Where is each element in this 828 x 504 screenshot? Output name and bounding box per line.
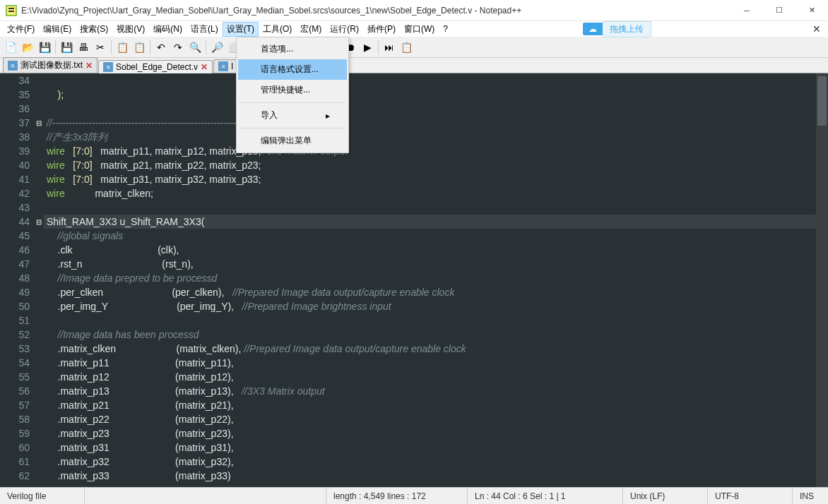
- dropdown-item-2[interactable]: 管理快捷键...: [238, 80, 347, 100]
- line-gutter: 3435363738394041424344454647484950515253…: [0, 73, 34, 487]
- code-line-46[interactable]: .clk (clk),: [44, 243, 828, 257]
- toolbar-btn-11[interactable]: 🔎: [209, 40, 225, 55]
- code-line-62[interactable]: .matrix_p33 (matrix_p33): [44, 469, 828, 483]
- cloud-upload-button[interactable]: ☁ 拖拽上传: [583, 21, 651, 37]
- toolbar-btn-4[interactable]: 🖶: [76, 40, 91, 55]
- tab-label: I: [231, 61, 233, 71]
- menu-视图[interactable]: 视图(V): [112, 22, 149, 37]
- dropdown-label: 首选项...: [261, 43, 293, 55]
- status-length: length : 4,549 lines : 172: [326, 488, 468, 504]
- code-line-56[interactable]: .matrix_p13 (matrix_p13), //3X3 Matrix o…: [44, 384, 828, 398]
- status-spacer: [85, 488, 326, 504]
- fold-column[interactable]: ⊟⊟: [34, 73, 44, 487]
- file-icon: ≡: [8, 61, 18, 71]
- tab-Sobel_Edge_Detect.v[interactable]: ≡Sobel_Edge_Detect.v✕: [98, 60, 213, 73]
- code-line-60[interactable]: .matrix_p31 (matrix_p31),: [44, 440, 828, 455]
- code-area[interactable]: );//------------------------------------…: [44, 73, 828, 487]
- svg-rect-3: [8, 11, 14, 12]
- toolbar-btn-7[interactable]: 📋: [131, 40, 147, 55]
- toolbar-btn-0[interactable]: 📄: [3, 40, 18, 55]
- code-line-59[interactable]: .matrix_p23 (matrix_p23),: [44, 426, 828, 440]
- code-line-53[interactable]: .matrix_clken (matrix_clken), //Prepared…: [44, 342, 828, 356]
- toolbar-btn-9[interactable]: ↷: [170, 40, 186, 55]
- menu-编辑[interactable]: 编辑(E): [39, 22, 76, 37]
- minimize-button[interactable]: ─: [731, 0, 763, 20]
- toolbar-btn-21[interactable]: 📋: [398, 40, 414, 55]
- toolbar-btn-2[interactable]: 💾: [37, 40, 52, 55]
- vertical-scrollbar[interactable]: [816, 73, 828, 487]
- status-position: Ln : 44 Col : 6 Sel : 1 | 1: [468, 488, 623, 504]
- status-insert: INS: [793, 488, 828, 504]
- code-line-35[interactable]: );: [44, 88, 828, 102]
- code-line-37[interactable]: //--------------------------------------…: [44, 116, 828, 130]
- code-line-54[interactable]: .matrix_p11 (matrix_p11),: [44, 356, 828, 370]
- code-line-48[interactable]: //Image data prepred to be processd: [44, 271, 828, 285]
- tab-label: Sobel_Edge_Detect.v: [116, 62, 198, 72]
- code-line-49[interactable]: .per_clken (per_clken), //Prepared Image…: [44, 285, 828, 299]
- code-line-39[interactable]: wire [7:0] matrix_p11, matrix_p12, matri…: [44, 144, 828, 158]
- toolbar-btn-19[interactable]: ▶: [360, 40, 375, 55]
- menu-文件[interactable]: 文件(F): [3, 22, 39, 37]
- tab-I[interactable]: ≡I: [213, 59, 238, 73]
- toolbar-btn-20[interactable]: ⏭: [382, 40, 397, 55]
- dropdown-item-3[interactable]: 导入▸: [238, 105, 347, 126]
- menu-设置[interactable]: 设置(T): [223, 22, 259, 37]
- menu-宏[interactable]: 宏(M): [296, 22, 326, 37]
- code-line-45[interactable]: //global signals: [44, 229, 828, 243]
- menu-窗口[interactable]: 窗口(W): [400, 22, 439, 37]
- scrollbar-thumb[interactable]: [817, 76, 827, 126]
- code-line-43[interactable]: [44, 200, 828, 215]
- menu-运行[interactable]: 运行(R): [326, 22, 363, 37]
- dropdown-item-1[interactable]: 语言格式设置...: [238, 59, 347, 80]
- menu-?[interactable]: ?: [439, 23, 452, 35]
- tab-close-icon[interactable]: ✕: [201, 62, 208, 72]
- code-line-55[interactable]: .matrix_p12 (matrix_p12),: [44, 370, 828, 384]
- tab-close-icon[interactable]: ✕: [85, 61, 93, 71]
- code-line-50[interactable]: .per_img_Y (per_img_Y), //Prepared Image…: [44, 299, 828, 313]
- editor[interactable]: 3435363738394041424344454647484950515253…: [0, 73, 828, 487]
- code-line-40[interactable]: wire [7:0] matrix_p21, matrix_p22, matri…: [44, 158, 828, 172]
- toolbar-btn-3[interactable]: 💾: [59, 40, 74, 55]
- toolbar-btn-1[interactable]: 📂: [20, 40, 35, 55]
- tab-测试图像数据.txt[interactable]: ≡测试图像数据.txt✕: [3, 57, 97, 73]
- menubar: 文件(F)编辑(E)搜索(S)视图(V)编码(N)语言(L)设置(T)工具(O)…: [0, 21, 828, 37]
- status-language: Verilog file: [0, 488, 85, 504]
- dropdown-label: 管理快捷键...: [261, 84, 310, 96]
- menu-插件[interactable]: 插件(P): [363, 22, 400, 37]
- toolbar: 📄📂💾💾🖶✂📋📋↶↷🔍🔎⬜👁🎯⬛▶⏹⏺▶⏭📋: [0, 37, 828, 58]
- dropdown-label: 编辑弹出菜单: [261, 135, 312, 147]
- code-line-47[interactable]: .rst_n (rst_n),: [44, 257, 828, 271]
- toolbar-btn-5[interactable]: ✂: [93, 40, 108, 55]
- code-line-57[interactable]: .matrix_p21 (matrix_p21),: [44, 398, 828, 412]
- close-button[interactable]: ✕: [796, 0, 828, 20]
- toolbar-btn-6[interactable]: 📋: [114, 40, 130, 55]
- submenu-arrow-icon: ▸: [326, 111, 330, 121]
- code-line-58[interactable]: .matrix_p22 (matrix_p22),: [44, 412, 828, 426]
- app-icon: [6, 5, 17, 16]
- code-line-61[interactable]: .matrix_p32 (matrix_p32),: [44, 455, 828, 469]
- dropdown-item-4[interactable]: 编辑弹出菜单: [238, 131, 347, 151]
- toolbar-btn-8[interactable]: ↶: [153, 40, 169, 55]
- statusbar: Verilog file length : 4,549 lines : 172 …: [0, 487, 828, 504]
- titlebar: E:\Vivado\Zynq_Project\Uart_Gray_Median_…: [0, 0, 828, 21]
- menu-编码[interactable]: 编码(N): [149, 22, 187, 37]
- code-line-42[interactable]: wire matrix_clken;: [44, 186, 828, 200]
- code-line-51[interactable]: [44, 313, 828, 328]
- maximize-button[interactable]: ☐: [763, 0, 796, 20]
- code-line-52[interactable]: //Image data has been processd: [44, 328, 828, 342]
- menu-搜索[interactable]: 搜索(S): [76, 22, 112, 37]
- code-line-38[interactable]: //产生3x3阵列: [44, 130, 828, 144]
- code-line-36[interactable]: [44, 102, 828, 116]
- code-line-41[interactable]: wire [7:0] matrix_p31, matrix_p32, matri…: [44, 172, 828, 186]
- toolbar-btn-10[interactable]: 🔍: [187, 40, 203, 55]
- menu-语言[interactable]: 语言(L): [187, 22, 223, 37]
- code-line-44[interactable]: Shift_RAM_3X3 u_Shift_RAM_3X3(: [44, 215, 828, 229]
- code-line-34[interactable]: [44, 73, 828, 88]
- file-icon: ≡: [218, 61, 228, 71]
- window-title: E:\Vivado\Zynq_Project\Uart_Gray_Median_…: [21, 6, 731, 16]
- menubar-close-icon[interactable]: ✕: [812, 23, 821, 35]
- dropdown-label: 语言格式设置...: [261, 64, 319, 76]
- menu-工具[interactable]: 工具(O): [259, 22, 296, 37]
- dropdown-item-0[interactable]: 首选项...: [238, 39, 347, 59]
- svg-rect-2: [8, 8, 14, 9]
